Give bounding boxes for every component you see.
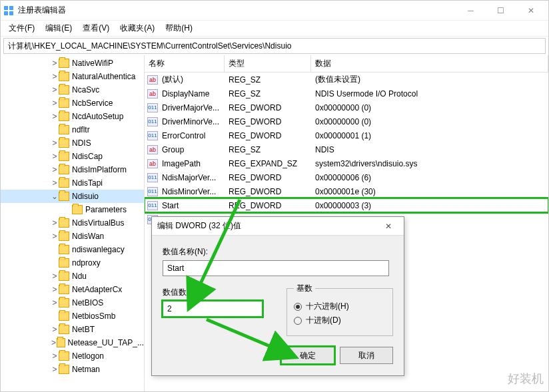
dialog-titlebar[interactable]: 编辑 DWORD (32 位)值 ✕ [152, 217, 404, 236]
menu-help[interactable]: 帮助(H) [160, 21, 198, 35]
tree-item[interactable]: ndiswanlegacy [1, 243, 144, 256]
caret-icon: > [51, 272, 59, 281]
caret-icon: > [51, 232, 59, 241]
radio-dec[interactable]: 十进制(D) [294, 315, 386, 326]
caret-icon: > [51, 285, 59, 294]
tree-label: NdisTapi [72, 178, 103, 188]
menu-file[interactable]: 文件(F) [3, 21, 40, 35]
tree-item[interactable]: NetbiosSmb [1, 309, 144, 323]
value-row[interactable]: 011 DriverMinorVe... REG_DWORD 0x0000000… [145, 114, 548, 128]
tree-item[interactable]: >Netlogon [1, 349, 144, 363]
tree-item[interactable]: >NcdAutoSetup [1, 110, 144, 123]
value-data: 0x00000000 (0) [311, 117, 548, 126]
svg-rect-3 [9, 11, 13, 15]
tree-item[interactable]: ⌄Ndisuio [1, 190, 144, 203]
tree-item[interactable]: ndproxy [1, 256, 144, 270]
titlebar[interactable]: 注册表编辑器 ─ ☐ ✕ [1, 1, 548, 21]
value-type: REG_DWORD [225, 131, 311, 140]
menu-view[interactable]: 查看(V) [77, 21, 115, 35]
tree-label: NdisImPlatform [72, 165, 127, 174]
tree-item[interactable]: >NdisTapi [1, 176, 144, 190]
tree-label: NetBT [72, 325, 95, 334]
address-bar[interactable]: 计算机\HKEY_LOCAL_MACHINE\SYSTEM\CurrentCon… [3, 38, 546, 54]
cancel-button[interactable]: 取消 [340, 347, 393, 364]
binary-icon: 011 [147, 201, 158, 210]
list-header[interactable]: 名称 类型 数据 [145, 55, 548, 73]
value-data: (数值未设置) [311, 74, 548, 85]
tree-item[interactable]: >NdisWan [1, 230, 144, 243]
ok-button[interactable]: 确定 [281, 347, 334, 364]
value-row[interactable]: ab Group REG_SZ NDIS [145, 142, 548, 156]
tree-label: NdisWan [72, 232, 104, 241]
svg-rect-2 [4, 11, 8, 15]
folder-icon [59, 98, 69, 108]
folder-icon [59, 218, 69, 228]
tree-label: Ndisuio [72, 192, 99, 201]
folder-icon [59, 365, 69, 374]
value-row[interactable]: 011 DriverMajorVe... REG_DWORD 0x0000000… [145, 100, 548, 114]
folder-icon [72, 205, 83, 214]
folder-icon [59, 245, 69, 254]
folder-icon [59, 112, 69, 121]
binary-icon: 011 [147, 131, 158, 140]
radio-hex[interactable]: 十六进制(H) [294, 301, 386, 312]
svg-rect-1 [9, 6, 13, 10]
tree-label: ndiswanlegacy [72, 245, 125, 254]
dialog-close-button[interactable]: ✕ [378, 222, 398, 231]
value-type: REG_EXPAND_SZ [225, 159, 311, 168]
value-name: DriverMinorVe... [158, 117, 225, 126]
caret-icon: > [51, 59, 59, 68]
tree-item[interactable]: >NaturalAuthentica [1, 70, 144, 83]
menubar: 文件(F) 编辑(E) 查看(V) 收藏夹(A) 帮助(H) [1, 21, 548, 37]
tree-item[interactable]: ndfltr [1, 123, 144, 136]
tree-panel[interactable]: >NativeWifiP>NaturalAuthentica>NcaSvc>Nc… [1, 55, 145, 391]
value-row[interactable]: 011 Start REG_DWORD 0x00000003 (3) [145, 198, 548, 212]
name-input[interactable] [163, 260, 389, 276]
svg-rect-0 [4, 6, 8, 10]
value-name: (默认) [158, 74, 225, 85]
col-data[interactable]: 数据 [311, 55, 548, 72]
caret-icon: > [51, 218, 59, 228]
tree-item[interactable]: >Netease_UU_TAP_... [1, 336, 144, 349]
menu-fav[interactable]: 收藏夹(A) [115, 21, 160, 35]
tree-label: NaturalAuthentica [72, 72, 135, 81]
value-name: DisplayName [158, 89, 225, 98]
tree-item[interactable]: >NetAdapterCx [1, 283, 144, 296]
tree-item[interactable]: >NdisCap [1, 150, 144, 163]
tree-label: NDIS [72, 138, 91, 148]
close-button[interactable]: ✕ [516, 1, 546, 20]
minimize-button[interactable]: ─ [456, 1, 486, 20]
tree-item[interactable]: Parameters [1, 203, 144, 216]
maximize-button[interactable]: ☐ [486, 1, 516, 20]
tree-item[interactable]: >NDIS [1, 136, 144, 150]
tree-item[interactable]: >Ndu [1, 270, 144, 283]
binary-icon: 011 [147, 187, 158, 196]
value-data: system32\drivers\ndisuio.sys [311, 159, 548, 168]
tree-item[interactable]: >NetBIOS [1, 296, 144, 309]
value-row[interactable]: ab ImagePath REG_EXPAND_SZ system32\driv… [145, 156, 548, 170]
menu-edit[interactable]: 编辑(E) [40, 21, 77, 35]
tree-item[interactable]: >NdisImPlatform [1, 163, 144, 176]
string-icon: ab [147, 145, 158, 154]
value-name: ErrorControl [158, 131, 225, 140]
caret-icon: > [51, 178, 59, 188]
value-type: REG_DWORD [225, 173, 311, 182]
caret-icon: > [51, 351, 59, 361]
tree-item[interactable]: >NdisVirtualBus [1, 216, 144, 230]
value-row[interactable]: 011 NdisMinorVer... REG_DWORD 0x0000001e… [145, 184, 548, 198]
col-name[interactable]: 名称 [145, 55, 225, 72]
value-type: REG_SZ [225, 89, 311, 98]
value-row[interactable]: ab (默认) REG_SZ (数值未设置) [145, 73, 548, 87]
col-type[interactable]: 类型 [225, 55, 311, 72]
data-input[interactable] [163, 301, 263, 317]
tree-item[interactable]: >NetBT [1, 323, 144, 336]
folder-icon [57, 338, 65, 347]
value-row[interactable]: ab DisplayName REG_SZ NDIS Usermode I/O … [145, 87, 548, 100]
tree-item[interactable]: >NcaSvc [1, 83, 144, 97]
data-label: 数值数据(V): [163, 287, 286, 298]
tree-item[interactable]: >Netman [1, 363, 144, 376]
tree-item[interactable]: >NativeWifiP [1, 57, 144, 70]
tree-item[interactable]: >NcbService [1, 97, 144, 110]
value-row[interactable]: 011 ErrorControl REG_DWORD 0x00000001 (1… [145, 128, 548, 142]
value-row[interactable]: 011 NdisMajorVer... REG_DWORD 0x00000006… [145, 170, 548, 184]
